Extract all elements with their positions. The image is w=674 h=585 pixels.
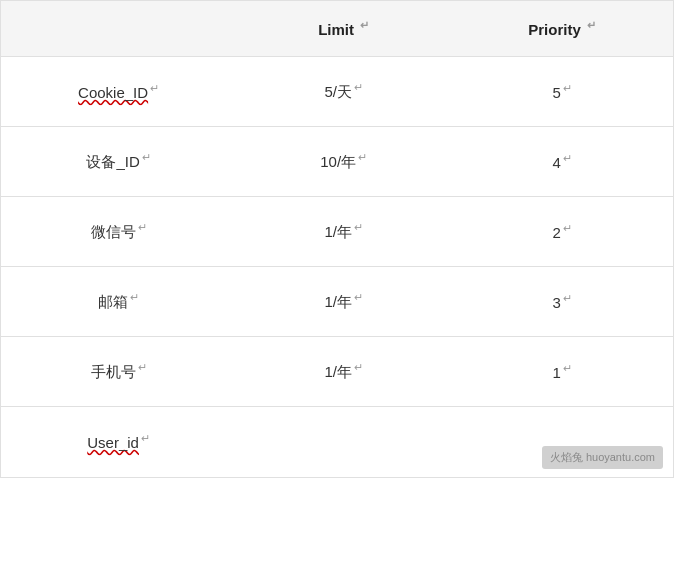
return-arrow-icon: ↵ xyxy=(354,81,363,93)
return-arrow-icon: ↵ xyxy=(141,432,150,444)
table-row: User_id↵火焰兔 huoyantu.com xyxy=(1,407,673,477)
table-row: 邮箱↵1/年↵3↵ xyxy=(1,267,673,337)
cell-limit: 5/天↵ xyxy=(236,57,451,127)
return-arrow-icon: ↵ xyxy=(354,291,363,303)
row-name-label: 手机号 xyxy=(91,363,136,380)
cell-priority: 3↵ xyxy=(451,267,673,337)
table-row: 微信号↵1/年↵2↵ xyxy=(1,197,673,267)
return-arrow-icon: ↵ xyxy=(138,221,147,233)
priority-value: 4 xyxy=(552,154,560,171)
table-row: 设备_ID↵10/年↵4↵ xyxy=(1,127,673,197)
return-arrow-icon: ↵ xyxy=(354,361,363,373)
table-row: Cookie_ID↵5/天↵5↵ xyxy=(1,57,673,127)
cell-limit: 1/年↵ xyxy=(236,267,451,337)
return-arrow-icon: ↵ xyxy=(563,362,572,374)
limit-value: 1/年 xyxy=(324,293,352,310)
cell-priority: 5↵ xyxy=(451,57,673,127)
row-name-label: 邮箱 xyxy=(98,293,128,310)
row-name-label: 设备_ID xyxy=(86,153,139,170)
priority-value: 3 xyxy=(552,294,560,311)
limit-value: 1/年 xyxy=(324,363,352,380)
watermark-label: 火焰兔 huoyantu.com xyxy=(542,446,663,469)
cell-priority: 1↵ xyxy=(451,337,673,407)
cell-name: User_id↵ xyxy=(1,407,236,477)
limit-value: 1/年 xyxy=(324,223,352,240)
cell-limit: 10/年↵ xyxy=(236,127,451,197)
return-arrow-icon: ↵ xyxy=(358,151,367,163)
priority-value: 5 xyxy=(552,84,560,101)
row-name-label: 微信号 xyxy=(91,223,136,240)
cell-name: 手机号↵ xyxy=(1,337,236,407)
cell-name: 设备_ID↵ xyxy=(1,127,236,197)
return-arrow-icon: ↵ xyxy=(563,152,572,164)
table-header-row: Limit Priority xyxy=(1,1,673,57)
col-header-priority: Priority xyxy=(451,1,673,57)
row-name-label: User_id xyxy=(87,434,139,451)
return-arrow-icon: ↵ xyxy=(563,292,572,304)
priority-value: 1 xyxy=(552,364,560,381)
table-row: 手机号↵1/年↵1↵ xyxy=(1,337,673,407)
cell-priority: 4↵ xyxy=(451,127,673,197)
cell-limit: 1/年↵ xyxy=(236,197,451,267)
limit-value: 10/年 xyxy=(320,153,356,170)
main-table-container: Limit Priority Cookie_ID↵5/天↵5↵设备_ID↵10/… xyxy=(0,0,674,478)
return-arrow-icon: ↵ xyxy=(563,82,572,94)
limit-value: 5/天 xyxy=(324,83,352,100)
return-arrow-icon: ↵ xyxy=(563,222,572,234)
cell-limit xyxy=(236,407,451,477)
return-arrow-icon: ↵ xyxy=(354,221,363,233)
return-arrow-icon: ↵ xyxy=(130,291,139,303)
return-arrow-icon: ↵ xyxy=(138,361,147,373)
cell-priority: 2↵ xyxy=(451,197,673,267)
row-name-label: Cookie_ID xyxy=(78,84,148,101)
data-table: Limit Priority Cookie_ID↵5/天↵5↵设备_ID↵10/… xyxy=(1,1,673,477)
cell-priority: 火焰兔 huoyantu.com xyxy=(451,407,673,477)
cell-limit: 1/年↵ xyxy=(236,337,451,407)
col-header-name xyxy=(1,1,236,57)
cell-name: 邮箱↵ xyxy=(1,267,236,337)
cell-name: Cookie_ID↵ xyxy=(1,57,236,127)
return-arrow-icon: ↵ xyxy=(150,82,159,94)
return-arrow-icon: ↵ xyxy=(142,151,151,163)
col-header-limit: Limit xyxy=(236,1,451,57)
cell-name: 微信号↵ xyxy=(1,197,236,267)
priority-value: 2 xyxy=(552,224,560,241)
